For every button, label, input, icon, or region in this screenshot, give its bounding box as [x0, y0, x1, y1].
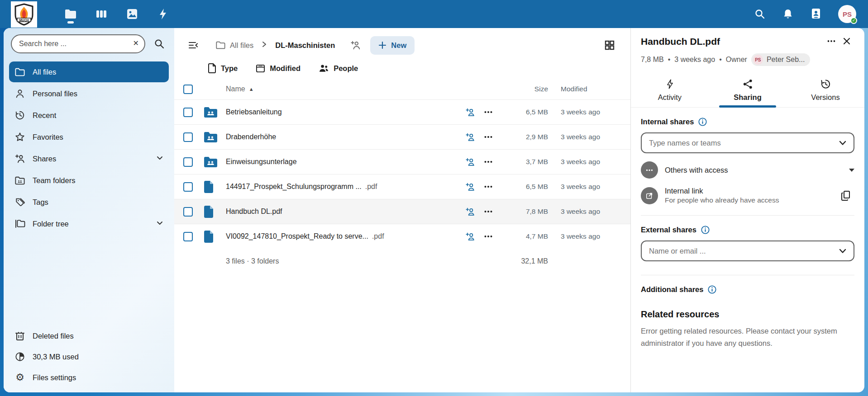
tab-activity[interactable]: Activity — [631, 76, 709, 107]
svg-text:MUCH: MUCH — [19, 19, 29, 22]
sidebar-item-favorites[interactable]: Favorites — [9, 127, 169, 147]
internal-link-row[interactable]: Internal link For people who already hav… — [641, 187, 854, 204]
file-size: 3,7 MB — [497, 158, 548, 166]
share-row-button[interactable] — [461, 203, 479, 221]
share-row-button[interactable] — [461, 178, 479, 196]
info-icon[interactable] — [708, 285, 716, 294]
filter-type[interactable]: Type — [208, 63, 238, 73]
details-panel: Handbuch DL.pdf 7,8 MB • 3 weeks ago • O… — [630, 28, 864, 392]
panel-actions-button[interactable] — [824, 33, 839, 49]
filter-people[interactable]: People — [319, 64, 358, 73]
table-row-selected[interactable]: Handbuch DL.pdf 7,8 MB 3 weeks ago — [174, 199, 630, 224]
sidebar-item-quota[interactable]: 30,3 MB used — [9, 346, 169, 367]
internal-share-input[interactable] — [641, 132, 854, 153]
sidebar-item-personal-files[interactable]: Personal files — [9, 83, 169, 104]
sidebar-item-folder-tree[interactable]: Folder tree — [9, 213, 169, 234]
table-row[interactable]: 144917_Prospekt_Schulungsprogramm ....pd… — [174, 174, 630, 199]
app-deck-button[interactable] — [95, 6, 108, 22]
chevron-down-icon[interactable] — [838, 246, 847, 257]
table-row[interactable]: VI0092_147810_Prospekt_Ready to serve...… — [174, 224, 630, 249]
row-checkbox[interactable] — [183, 157, 193, 167]
clear-search-icon[interactable]: ✕ — [133, 39, 139, 47]
new-button[interactable]: New — [370, 36, 415, 55]
notifications-button[interactable] — [782, 8, 794, 20]
row-actions-button[interactable] — [479, 153, 497, 171]
column-header-modified[interactable]: Modified — [548, 85, 620, 93]
row-actions-button[interactable] — [479, 227, 497, 245]
share-row-button[interactable] — [461, 103, 479, 121]
file-name: Handbuch DL.pdf — [226, 207, 282, 216]
share-row-button[interactable] — [461, 153, 479, 171]
organization-logo[interactable]: MUCH — [11, 1, 37, 28]
plus-icon — [378, 41, 386, 49]
column-header-size[interactable]: Size — [497, 85, 548, 93]
row-checkbox[interactable] — [183, 132, 193, 142]
tag-icon — [14, 197, 25, 207]
unified-search-button[interactable] — [754, 8, 766, 20]
owner-pill[interactable]: PS Peter Seb... — [751, 53, 811, 66]
app-files-button[interactable] — [64, 6, 77, 22]
user-avatar[interactable]: PS ✓ — [838, 5, 856, 23]
sidebar-item-deleted-files[interactable]: Deleted files — [9, 325, 169, 346]
share-add-person-icon — [14, 153, 25, 164]
expand-triangle-icon[interactable] — [849, 169, 854, 172]
contacts-button[interactable] — [810, 8, 822, 20]
app-photos-button[interactable] — [126, 6, 138, 22]
row-checkbox[interactable] — [183, 182, 193, 192]
more-horizontal-icon — [484, 235, 492, 238]
column-header-name[interactable]: Name ▲ — [226, 85, 456, 93]
filter-row: Type Modified People — [174, 62, 630, 79]
folder-icon — [216, 41, 225, 49]
row-actions-button[interactable] — [479, 203, 497, 221]
grid-view-toggle-button[interactable] — [600, 35, 620, 55]
external-share-search — [641, 240, 854, 261]
filter-modified[interactable]: Modified — [256, 64, 300, 73]
sidebar-item-files-settings[interactable]: ⚙ Files settings — [9, 367, 169, 388]
image-icon — [127, 9, 138, 19]
calendar-icon — [256, 64, 265, 73]
trash-icon — [14, 330, 25, 341]
sidebar-item-shares[interactable]: Shares — [9, 148, 169, 169]
chevron-down-icon[interactable] — [838, 138, 847, 149]
select-all-checkbox[interactable] — [183, 85, 193, 94]
team-folder-icon — [14, 175, 25, 186]
file-outline-icon — [208, 63, 216, 73]
share-row-button[interactable] — [461, 128, 479, 146]
breadcrumb-row: All files DL-Maschinisten New — [174, 28, 630, 62]
breadcrumb-current[interactable]: DL-Maschinisten — [275, 41, 335, 50]
external-share-input[interactable] — [641, 240, 854, 261]
search-submit-button[interactable] — [152, 36, 167, 52]
sidebar-item-team-folders[interactable]: Team folders — [9, 170, 169, 191]
table-row[interactable]: Einweisungsunterlage 3,7 MB 3 weeks ago — [174, 149, 630, 174]
table-row[interactable]: Betriebsanleitung 6,5 MB 3 weeks ago — [174, 99, 630, 124]
share-folder-button[interactable] — [348, 37, 364, 53]
search-input[interactable] — [11, 34, 145, 53]
collapse-sidebar-button[interactable] — [183, 35, 203, 55]
tab-versions[interactable]: Versions — [787, 76, 864, 107]
others-with-access-row[interactable]: Others with access — [641, 161, 854, 179]
history-icon — [14, 110, 25, 121]
sidebar-item-recent[interactable]: Recent — [9, 105, 169, 126]
sidebar-item-tags[interactable]: Tags — [9, 192, 169, 212]
copy-link-button[interactable] — [837, 187, 854, 204]
info-icon[interactable] — [698, 118, 707, 126]
close-panel-button[interactable] — [839, 33, 854, 49]
table-row[interactable]: Drabenderhöhe 2,9 MB 3 weeks ago — [174, 124, 630, 149]
info-icon[interactable] — [701, 226, 710, 234]
files-sidebar: ✕ All files Personal files — [4, 28, 174, 392]
chevron-down-icon[interactable] — [156, 154, 163, 163]
row-checkbox[interactable] — [183, 108, 193, 117]
row-actions-button[interactable] — [479, 103, 497, 121]
row-checkbox[interactable] — [183, 207, 193, 217]
app-activity-button[interactable] — [157, 6, 169, 22]
row-checkbox[interactable] — [183, 232, 193, 241]
sidebar-footer: Deleted files 30,3 MB used ⚙ Files setti… — [4, 325, 174, 388]
folder-tree-icon — [14, 218, 25, 229]
tab-sharing[interactable]: Sharing — [709, 76, 787, 107]
sidebar-item-all-files[interactable]: All files — [9, 61, 169, 82]
chevron-down-icon[interactable] — [156, 219, 163, 228]
row-actions-button[interactable] — [479, 128, 497, 146]
breadcrumb-root[interactable]: All files — [216, 41, 253, 50]
share-row-button[interactable] — [461, 227, 479, 245]
row-actions-button[interactable] — [479, 178, 497, 196]
